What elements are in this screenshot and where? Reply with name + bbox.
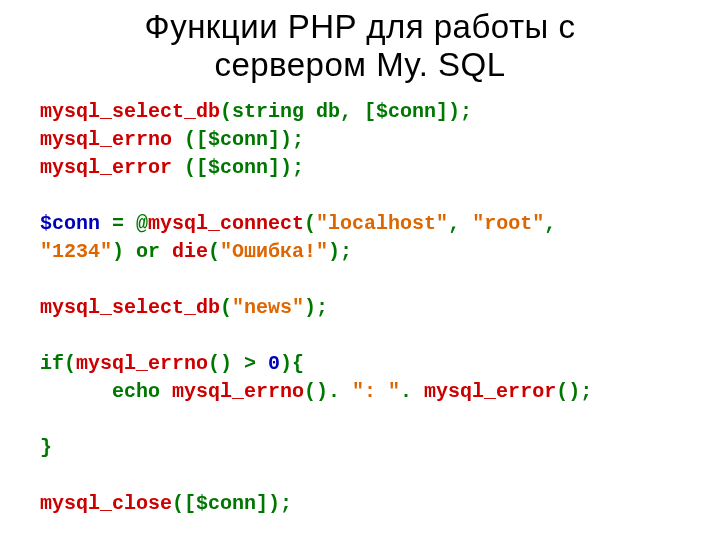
title-line-2: сервером My. SQL <box>214 46 505 83</box>
code-func: mysql_select_db <box>40 296 220 319</box>
code-paren: (); <box>556 380 592 403</box>
code-paren: ( <box>208 240 220 263</box>
code-paren: ); <box>328 240 352 263</box>
code-string: "localhost" <box>316 212 448 235</box>
code-space <box>172 156 184 179</box>
code-paren: ) <box>112 240 136 263</box>
code-op: . <box>400 380 424 403</box>
code-comma: , <box>544 212 556 235</box>
code-space <box>172 128 184 151</box>
code-string: ": " <box>352 380 400 403</box>
title-line-1: Функции PHP для работы с <box>145 8 576 45</box>
code-func: die <box>172 240 208 263</box>
code-args: ([$conn]); <box>184 128 304 151</box>
code-paren: (). <box>304 380 352 403</box>
code-string: "root" <box>472 212 544 235</box>
code-func: mysql_errno <box>40 128 172 151</box>
code-func: mysql_select_db <box>40 100 220 123</box>
code-paren: ( <box>220 296 232 319</box>
code-func: mysql_errno <box>172 380 304 403</box>
code-paren: ); <box>304 296 328 319</box>
code-args: ([$conn]); <box>184 156 304 179</box>
code-keyword: if <box>40 352 64 375</box>
code-at: @ <box>136 212 148 235</box>
code-keyword: echo <box>40 380 172 403</box>
code-string: "Ошибка!" <box>220 240 328 263</box>
code-keyword: or <box>136 240 172 263</box>
code-number: 0 <box>268 352 280 375</box>
slide-title: Функции PHP для работы с сервером My. SQ… <box>40 8 680 84</box>
code-var: $conn <box>40 212 112 235</box>
code-func: mysql_close <box>40 492 172 515</box>
code-paren: ){ <box>280 352 304 375</box>
code-paren: ( <box>304 212 316 235</box>
code-paren: () > <box>208 352 268 375</box>
code-string: "news" <box>232 296 304 319</box>
code-op: = <box>112 212 136 235</box>
code-func: mysql_connect <box>148 212 304 235</box>
code-brace: } <box>40 436 52 459</box>
code-args: (string db, [$conn]); <box>220 100 472 123</box>
code-func: mysql_error <box>424 380 556 403</box>
php-code-block: mysql_select_db(string db, [$conn]); mys… <box>40 98 680 518</box>
code-func: mysql_error <box>40 156 172 179</box>
code-comma: , <box>448 212 472 235</box>
code-func: mysql_errno <box>76 352 208 375</box>
code-string: "1234" <box>40 240 112 263</box>
code-args: ([$conn]); <box>172 492 292 515</box>
code-paren: ( <box>64 352 76 375</box>
